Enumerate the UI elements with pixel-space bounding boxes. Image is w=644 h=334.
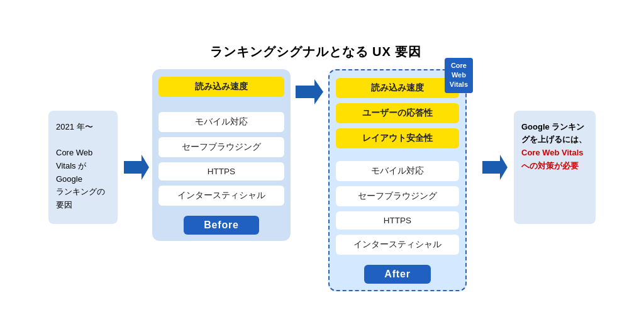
after-label: After	[364, 265, 430, 284]
svg-marker-1	[296, 79, 323, 104]
before-item-1: モバイル対応	[158, 112, 284, 132]
mid-arrow	[291, 69, 328, 108]
svg-marker-2	[482, 155, 508, 180]
right-panel: Google ランキングを上げるには、Core Web Vitals への対策が…	[511, 111, 599, 224]
after-item-6: インタースティシャル	[336, 235, 459, 255]
left-text-cwv: Core WebVitals が Googleランキングの要因	[56, 148, 105, 209]
before-item-4: インタースティシャル	[158, 186, 284, 206]
left-text-box: 2021 年〜 Core WebVitals が Googleランキングの要因	[48, 111, 118, 224]
after-item-3: モバイル対応	[336, 161, 459, 181]
right-text-box: Google ランキングを上げるには、Core Web Vitals への対策が…	[514, 111, 596, 224]
main-layout: 2021 年〜 Core WebVitals が Googleランキングの要因 …	[20, 13, 624, 321]
after-item-2: レイアウト安全性	[336, 128, 459, 148]
after-column: 読み込み速度 ユーザーの応答性 レイアウト安全性 モバイル対応 セーフブラウジン…	[328, 69, 467, 291]
right-arrow	[479, 152, 511, 183]
left-text: 2021 年〜	[56, 122, 93, 131]
after-item-1: ユーザーの応答性	[336, 103, 459, 123]
after-item-5: HTTPS	[336, 211, 459, 230]
main-panel: ランキングシグナルとなる UX 要因 読み込み速度 モバイル対応 セーフブラウジ…	[152, 43, 479, 291]
right-text-red: Core Web Vitals への対策が必要	[521, 148, 584, 170]
left-arrow	[121, 152, 152, 183]
before-column: 読み込み速度 モバイル対応 セーフブラウジング HTTPS インタースティシャル…	[152, 69, 291, 241]
before-item-0: 読み込み速度	[158, 77, 284, 97]
after-label-area: After	[336, 265, 459, 284]
cwv-tag: Core Web Vitals	[445, 58, 473, 93]
left-panel: 2021 年〜 Core WebVitals が Googleランキングの要因	[45, 111, 121, 224]
right-text-black: Google ランキングを上げるには、	[521, 122, 587, 145]
before-item-2: セーフブラウジング	[158, 137, 284, 157]
before-label: Before	[184, 216, 258, 235]
before-label-area: Before	[158, 216, 284, 235]
after-item-0: 読み込み速度	[336, 78, 459, 98]
main-title: ランキングシグナルとなる UX 要因	[210, 43, 422, 60]
columns-row: 読み込み速度 モバイル対応 セーフブラウジング HTTPS インタースティシャル…	[152, 69, 479, 291]
after-item-4: セーフブラウジング	[336, 186, 459, 206]
before-item-3: HTTPS	[158, 162, 284, 181]
after-col-wrapper: Core Web Vitals 読み込み速度 ユーザーの応答性 レイアウト安全性…	[328, 69, 467, 291]
svg-marker-0	[124, 155, 149, 180]
